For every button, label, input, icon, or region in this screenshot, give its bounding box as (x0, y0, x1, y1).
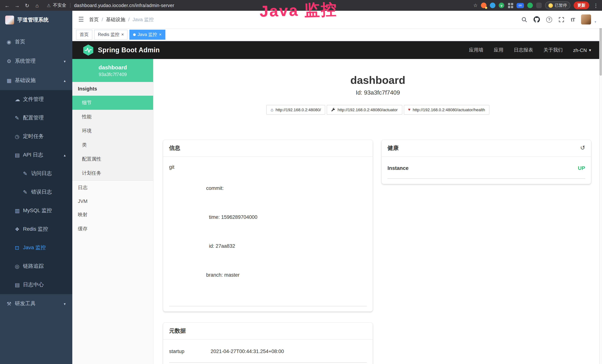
forward-icon[interactable]: → (14, 2, 20, 8)
heart-icon: ♥ (408, 108, 410, 112)
sidebar-item-system[interactable]: ⚙ 系统管理 ▾ (0, 52, 72, 71)
close-icon[interactable]: × (159, 32, 161, 37)
health-card: 健康 ↺ Instance UP (382, 140, 591, 184)
sidebar-item-mysql-monitor[interactable]: ▥ MySQL 监控 (0, 201, 72, 220)
tab-redis-monitor[interactable]: Redis 监控 × (94, 30, 128, 40)
chevron-down-icon: ▾ (595, 20, 596, 24)
sidebar-item-config-manage[interactable]: ✎ 配置管理 (0, 109, 72, 127)
paused-badge[interactable]: 已暂停 (545, 1, 570, 9)
sidebar-item-tracing[interactable]: ◎ 链路追踪 (0, 257, 72, 276)
metadata-row: startup 2021-04-27T00:44:31.254+08:00 (169, 340, 367, 363)
extension-fox-icon[interactable] (481, 3, 486, 8)
avatar[interactable] (581, 14, 591, 24)
info-card-title: 信息 (169, 145, 180, 152)
search-icon[interactable] (522, 17, 527, 22)
sba-brand-title[interactable]: Spring Boot Admin (98, 46, 160, 54)
cards-grid: 信息 git commit: time: 1596289704000 id: 2… (153, 140, 602, 364)
instance-links: ⌂ http://192.168.0.2:48080/ http://192.1… (153, 105, 602, 115)
edit-icon: ✎ (15, 115, 23, 121)
sidebar-item-log-center[interactable]: ▤ 日志中心 (0, 276, 72, 294)
instance-home-link[interactable]: ⌂ http://192.168.0.2:48080/ (266, 105, 325, 115)
sidebar-item-dev-tools[interactable]: ⚒ 研发工具 ▾ (0, 294, 72, 313)
address-bar[interactable]: ⚠ 不安全 dashboard.yudao.iocoder.cn/infra/a… (47, 2, 174, 9)
extensions-grid-icon[interactable] (508, 3, 513, 8)
extension-drop-icon[interactable] (490, 3, 495, 8)
sba-item-beans[interactable]: 类 (72, 138, 153, 152)
breadcrumb-separator: / (128, 17, 129, 22)
reload-icon[interactable]: ↻ (24, 2, 30, 8)
sba-nav-journal[interactable]: 日志报表 (514, 47, 533, 54)
sidebar-item-scheduled-jobs[interactable]: ◷ 定时任务 (0, 127, 72, 146)
extension-on-badge[interactable]: on (516, 3, 524, 8)
tabs-bar: 首页 Redis 监控 × Java 监控 × (72, 28, 602, 41)
instance-subtitle: Id: 93a3fc7f7409 (153, 89, 602, 96)
sidebar-menu: ◉ 首页 ⚙ 系统管理 ▾ ▦ 基础设施 ▴ ☁ 文件管理 (0, 29, 72, 364)
paused-label: 已暂停 (555, 3, 567, 8)
logo-image (5, 16, 14, 24)
chevron-down-icon: ▾ (64, 59, 66, 63)
sba-item-metrics[interactable]: 性能 (72, 110, 153, 124)
font-size-icon[interactable]: tT (571, 17, 575, 22)
sba-item-loggers[interactable]: 日志 (72, 181, 153, 195)
history-icon[interactable]: ↺ (580, 145, 585, 151)
breadcrumb-infrastructure[interactable]: 基础设施 (106, 16, 125, 23)
extension-vue-devtools-icon[interactable]: v (499, 3, 504, 8)
sidebar-item-java-monitor[interactable]: ⊡ Java 监控 (0, 238, 72, 257)
extension-sprout-icon[interactable] (527, 3, 533, 8)
chevron-up-icon: ▴ (64, 78, 66, 83)
close-icon[interactable]: × (121, 32, 124, 37)
sba-item-config-props[interactable]: 配置属性 (72, 152, 153, 166)
sba-instance-header[interactable]: dashboard 93a3fc7f7409 (72, 59, 153, 82)
extension-puzzle-icon[interactable] (536, 3, 542, 8)
sidebar-item-redis-monitor[interactable]: ❖ Redis 监控 (0, 220, 72, 238)
sidebar-toggle-icon[interactable]: ☰ (78, 16, 84, 23)
monitor-icon: ⊡ (15, 245, 23, 251)
gear-icon: ⚙ (7, 58, 15, 64)
screen: ← → ↻ ⌂ ⚠ 不安全 dashboard.yudao.iocoder.cn… (0, 0, 602, 364)
sba-nav-wallboard[interactable]: 应用墙 (469, 47, 483, 54)
github-icon[interactable] (534, 16, 540, 23)
timer-icon: ◷ (15, 134, 23, 139)
chevron-down-icon: ▾ (64, 302, 66, 306)
help-icon[interactable]: ? (546, 17, 552, 22)
sidebar-item-file-manage[interactable]: ☁ 文件管理 (0, 90, 72, 109)
sidebar-item-api-log[interactable]: ▤ API 日志 ▴ (0, 146, 72, 164)
logo-title: 芋道管理系统 (17, 17, 49, 23)
page-scrollbar[interactable] (599, 11, 602, 364)
cloud-icon: ☁ (15, 96, 23, 102)
sba-nav-about[interactable]: 关于我们 (543, 47, 563, 54)
sba-item-mappings[interactable]: 映射 (72, 208, 153, 222)
sba-item-jvm[interactable]: JVM (72, 195, 153, 208)
redis-icon: ❖ (15, 226, 23, 232)
sba-nav-applications[interactable]: 应用 (494, 47, 503, 54)
sba-item-scheduled-tasks[interactable]: 计划任务 (72, 166, 153, 180)
sidebar-item-access-log[interactable]: ✎ 访问日志 (0, 164, 72, 183)
sidebar-item-infrastructure[interactable]: ▦ 基础设施 ▴ (0, 71, 72, 90)
bookmark-star-icon[interactable]: ☆ (473, 3, 478, 8)
breadcrumb-home[interactable]: 首页 (89, 16, 99, 23)
home-icon[interactable]: ⌂ (34, 2, 40, 8)
instance-title: dashboard (153, 74, 602, 87)
instance-health-link[interactable]: ♥ http://192.168.0.2:48080/actuator/heal… (404, 105, 489, 115)
admin-sidebar: 芋道管理系统 ◉ 首页 ⚙ 系统管理 ▾ ▦ 基础设施 ▴ (0, 11, 72, 364)
update-button[interactable]: 更新 (574, 1, 589, 9)
sba-item-environment[interactable]: 环境 (72, 124, 153, 138)
sba-item-caches[interactable]: 缓存 (72, 222, 153, 236)
url-text[interactable]: dashboard.yudao.iocoder.cn/infra/admin-s… (74, 3, 174, 8)
breadcrumb-current: Java 监控 (133, 16, 154, 23)
tab-java-monitor[interactable]: Java 监控 × (129, 30, 165, 40)
doc-icon: ▤ (15, 152, 23, 158)
chevron-down-icon: ▾ (589, 48, 591, 53)
sidebar-item-error-log[interactable]: ✎ 错误日志 (0, 183, 72, 201)
tab-home[interactable]: 首页 (76, 30, 92, 40)
browser-menu-icon[interactable]: ⋮ (593, 2, 599, 8)
sidebar-item-home[interactable]: ◉ 首页 (0, 32, 72, 52)
database-icon: ▥ (15, 208, 23, 214)
chevron-up-icon: ▴ (64, 153, 66, 157)
logo[interactable]: 芋道管理系统 (0, 11, 72, 29)
back-icon[interactable]: ← (4, 2, 10, 8)
fullscreen-icon[interactable] (559, 17, 565, 22)
sba-locale-select[interactable]: zh-CN ▾ (573, 47, 591, 53)
sba-item-details[interactable]: 细节 (72, 96, 153, 110)
instance-actuator-link[interactable]: http://192.168.0.2:48080/actuator (327, 105, 402, 115)
